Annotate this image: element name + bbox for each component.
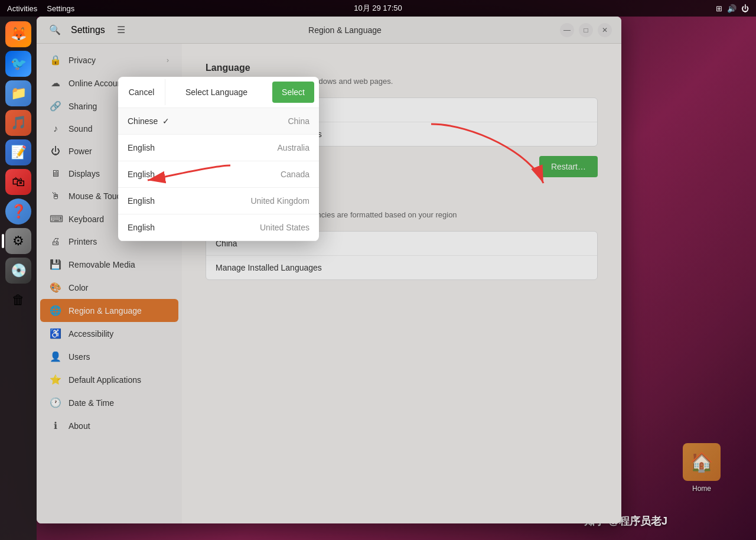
language-name-english-ca: English: [128, 170, 155, 179]
dock: 🦊 🐦 📁 🎵 📝 🛍 ❓ ⚙ 💿 🗑: [0, 17, 37, 540]
language-region-uk: United Kingdom: [250, 196, 309, 206]
list-item[interactable]: Chinese ✓ China: [118, 108, 319, 135]
dialog-overlay: [0, 0, 756, 540]
dock-writer[interactable]: 📝: [5, 139, 31, 165]
activities-label[interactable]: Activities: [7, 4, 37, 13]
dialog-header: Cancel Select Language Select: [118, 77, 319, 108]
list-item[interactable]: English Australia: [118, 135, 319, 161]
language-dialog: Cancel Select Language Select Chinese ✓ …: [118, 77, 319, 241]
dialog-select-button[interactable]: Select: [272, 82, 314, 103]
dock-rhythmbox[interactable]: 🎵: [5, 110, 31, 136]
language-name-chinese: Chinese ✓: [128, 116, 170, 126]
dock-files[interactable]: 📁: [5, 80, 31, 106]
dock-appstore[interactable]: 🛍: [5, 169, 31, 195]
power-menu-icon[interactable]: ⏻: [741, 4, 749, 13]
dock-thunderbird[interactable]: 🐦: [5, 51, 31, 77]
language-name-english-us: English: [128, 223, 155, 232]
dialog-cancel-button[interactable]: Cancel: [118, 79, 165, 105]
dialog-language-list: Chinese ✓ China English Australia Englis…: [118, 108, 319, 241]
list-item[interactable]: English Canada: [118, 161, 319, 188]
network-icon: ⊞: [716, 4, 722, 13]
list-item[interactable]: English United States: [118, 214, 319, 241]
dock-settings[interactable]: ⚙: [5, 228, 31, 254]
list-item[interactable]: English United Kingdom: [118, 188, 319, 214]
topbar-left: Activities Settings: [7, 4, 74, 13]
dialog-title: Select Language: [165, 79, 268, 105]
dock-discs[interactable]: 💿: [5, 258, 31, 284]
dock-help[interactable]: ❓: [5, 199, 31, 225]
language-region-china: China: [288, 116, 309, 126]
language-region-us: United States: [260, 223, 309, 232]
app-name-label: Settings: [47, 4, 74, 13]
language-name-english-au: English: [128, 143, 155, 152]
language-region-canada: Canada: [281, 170, 309, 179]
language-name-english-uk: English: [128, 196, 155, 206]
topbar-clock: 10月 29 17:50: [354, 3, 402, 14]
language-region-australia: Australia: [278, 143, 309, 152]
volume-icon: 🔊: [727, 4, 737, 13]
system-tray: ⊞ 🔊 ⏻: [716, 4, 749, 13]
checkmark-icon: ✓: [162, 116, 170, 126]
dock-trash[interactable]: 🗑: [5, 287, 31, 313]
topbar: Activities Settings 10月 29 17:50 ⊞ 🔊 ⏻: [0, 0, 756, 17]
dock-firefox[interactable]: 🦊: [5, 21, 31, 47]
